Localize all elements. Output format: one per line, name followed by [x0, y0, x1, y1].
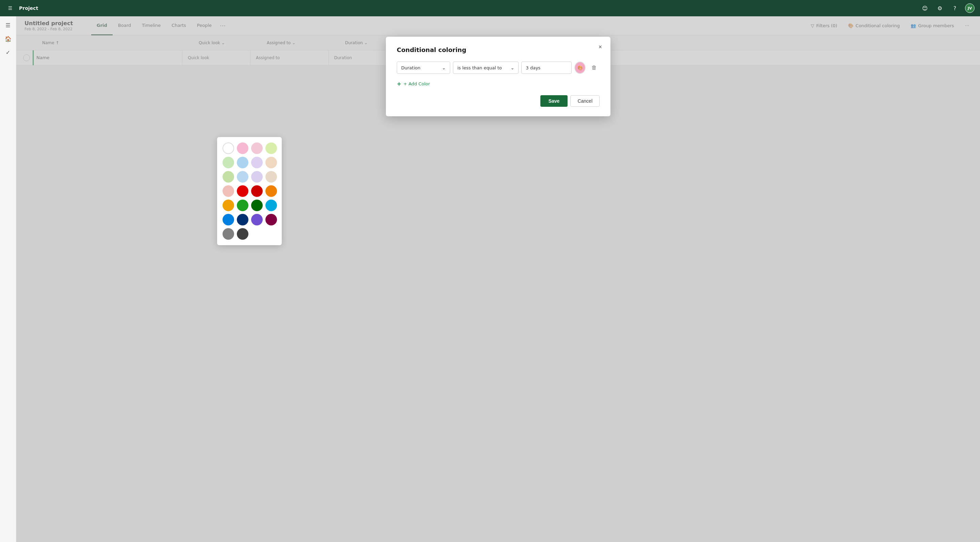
main-content: Untitled project Feb 8, 2022 - Feb 8, 20…	[16, 16, 980, 542]
modal-title: Conditional coloring	[397, 46, 600, 53]
hamburger-icon[interactable]: ☰	[5, 3, 15, 13]
color-dot-salmon-light[interactable]	[223, 185, 234, 197]
add-color-icon: +	[397, 81, 401, 87]
sidebar-check-icon[interactable]: ✓	[2, 46, 14, 59]
color-dot-dark-gray[interactable]	[237, 228, 248, 240]
delete-icon: 🗑	[592, 65, 597, 71]
color-dot-beige[interactable]	[266, 171, 277, 182]
cancel-button[interactable]: Cancel	[570, 95, 600, 107]
sidebar-hamburger-icon[interactable]: ☰	[2, 19, 14, 31]
color-picker-icon: 🎨	[578, 65, 583, 70]
emoji-icon[interactable]: 😊	[920, 3, 930, 13]
color-dot-dark-green[interactable]	[251, 200, 263, 211]
app-title: Project	[19, 5, 916, 11]
color-dot-pale-blue-2[interactable]	[237, 171, 248, 182]
add-color-label: + Add Color	[403, 81, 430, 86]
color-dot-pale-pink[interactable]	[251, 143, 263, 154]
operator-dropdown-value: is less than equal to	[457, 65, 502, 70]
color-picker-button[interactable]: 🎨	[574, 62, 585, 74]
help-icon[interactable]: ?	[950, 3, 959, 13]
value-input-value: 3 days	[526, 65, 540, 70]
avatar[interactable]: JV	[965, 3, 975, 13]
color-dot-lavender[interactable]	[251, 171, 263, 182]
color-grid	[223, 143, 276, 240]
color-dot-navy[interactable]	[237, 214, 248, 225]
field-dropdown-value: Duration	[401, 65, 420, 70]
conditional-coloring-modal: Conditional coloring × Duration ⌄ is les…	[386, 37, 611, 116]
color-dot-cyan[interactable]	[266, 200, 277, 211]
color-dot-blue[interactable]	[223, 214, 234, 225]
delete-condition-button[interactable]: 🗑	[588, 62, 600, 74]
color-dot-mint-green[interactable]	[223, 171, 234, 182]
color-dot-light-blue[interactable]	[237, 157, 248, 168]
color-dot-light-peach[interactable]	[266, 157, 277, 168]
settings-icon[interactable]: ⚙	[935, 3, 945, 13]
color-dot-pale-green[interactable]	[266, 143, 277, 154]
sidebar-home-icon[interactable]: 🏠	[2, 33, 14, 45]
save-button[interactable]: Save	[540, 95, 568, 107]
top-bar-icons: 😊 ⚙ ? JV	[920, 3, 975, 13]
top-bar: ☰ Project 😊 ⚙ ? JV	[0, 0, 980, 16]
color-dot-green[interactable]	[237, 200, 248, 211]
operator-dropdown[interactable]: is less than equal to ⌄	[453, 62, 519, 74]
color-dot-white-empty[interactable]	[223, 143, 234, 154]
color-dot-maroon[interactable]	[266, 214, 277, 225]
modal-close-button[interactable]: ×	[595, 42, 605, 52]
value-input[interactable]: 3 days	[521, 62, 572, 74]
color-picker-popup	[217, 137, 282, 245]
color-dot-light-green-2[interactable]	[223, 157, 234, 168]
field-dropdown-chevron-icon: ⌄	[442, 65, 446, 70]
modal-footer: Save Cancel	[397, 95, 600, 107]
color-dot-dark-red[interactable]	[237, 185, 248, 197]
color-dot-light-purple[interactable]	[251, 157, 263, 168]
add-color-button[interactable]: + + Add Color	[397, 81, 600, 87]
color-dot-light-pink[interactable]	[237, 143, 248, 154]
color-dot-red[interactable]	[251, 185, 263, 197]
sidebar: ☰ 🏠 ✓	[0, 16, 16, 542]
color-dot-gray[interactable]	[223, 228, 234, 240]
field-dropdown[interactable]: Duration ⌄	[397, 62, 450, 74]
color-dot-orange[interactable]	[266, 185, 277, 197]
color-dot-yellow-orange[interactable]	[223, 200, 234, 211]
operator-dropdown-chevron-icon: ⌄	[511, 65, 514, 70]
modal-overlay: Conditional coloring × Duration ⌄ is les…	[16, 16, 980, 542]
condition-row: Duration ⌄ is less than equal to ⌄ 3 day…	[397, 62, 600, 74]
color-dot-purple[interactable]	[251, 214, 263, 225]
